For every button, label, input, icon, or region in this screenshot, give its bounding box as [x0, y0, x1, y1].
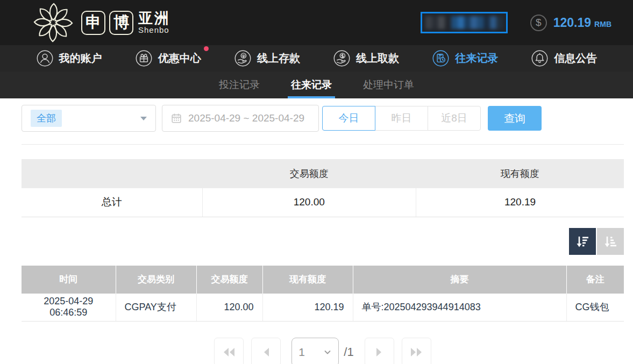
nav-item-withdraw[interactable]: 线上取款: [333, 49, 399, 67]
record-subtabs: 投注记录 往来记录 处理中订单: [0, 72, 633, 98]
nav-label: 信息公告: [554, 51, 597, 66]
chevron-down-icon: [323, 348, 332, 356]
quick-today-button[interactable]: 今日: [322, 106, 375, 131]
balance-amount: 120.19: [553, 16, 591, 30]
calendar-icon: [170, 112, 182, 124]
summary-total-row: 总计 120.00 120.19: [22, 188, 624, 217]
col-remark: 备注: [566, 266, 624, 294]
user-icon: [36, 49, 54, 67]
cell-summary: 单号:202504293944914083: [353, 294, 566, 322]
first-page-button[interactable]: [214, 338, 244, 364]
quick-last8days-button[interactable]: 近8日: [428, 106, 481, 131]
chevron-down-icon: [140, 117, 147, 120]
quick-date-group: 今日 昨日 近8日: [322, 106, 481, 131]
prev-page-button[interactable]: [251, 338, 281, 364]
next-page-button[interactable]: [365, 338, 394, 364]
redaction-pixels: [425, 16, 503, 29]
tab-processing-orders[interactable]: 处理中订单: [360, 72, 417, 98]
balance-currency: RMB: [594, 20, 611, 28]
sort-descending-icon: [574, 233, 591, 249]
cell-remark: CG钱包: [566, 294, 624, 322]
balance-display: $ 120.19 RMB: [530, 15, 611, 31]
deposit-coin-icon: [234, 49, 252, 67]
col-type: 交易类别: [116, 266, 196, 294]
nav-label: 我的账户: [59, 51, 102, 66]
last-page-icon: [409, 346, 423, 358]
nav-item-my-account[interactable]: 我的账户: [36, 49, 102, 67]
top-header: 申 博 亚洲 Shenbo $ 120.19 RMB: [0, 0, 633, 45]
pagination: 1 /1: [22, 338, 624, 364]
main-content: 全部 2025-04-29 ~ 2025-04-29 今日 昨日 近8日 查询 …: [0, 98, 633, 364]
main-navigation: 我的账户 优惠中心 线上存款 线上取款 往来记录: [0, 45, 633, 72]
cell-time: 2025-04-29 06:46:59: [22, 294, 116, 322]
sort-controls: [22, 228, 624, 255]
summary-header-amount: 交易额度: [202, 159, 416, 188]
page-select-value: 1: [298, 346, 305, 359]
notification-dot: [204, 46, 209, 51]
page-total: /1: [344, 345, 353, 359]
summary-header-empty: [22, 159, 202, 188]
sort-ascending-button[interactable]: [597, 228, 624, 255]
quick-yesterday-button[interactable]: 昨日: [375, 106, 428, 131]
logo-latin: Shenbo: [138, 26, 170, 34]
col-summary: 摘要: [353, 266, 566, 294]
username-redacted[interactable]: [421, 12, 508, 33]
nav-label: 线上存款: [257, 51, 300, 66]
flower-logo-icon: [32, 2, 74, 44]
logo-char-bo: 博: [109, 11, 133, 35]
section-divider: [22, 144, 624, 145]
first-page-icon: [222, 346, 236, 358]
gift-icon: [135, 49, 153, 67]
selected-type-chip: 全部: [31, 110, 62, 127]
cell-balance: 120.19: [262, 294, 353, 322]
summary-total-label: 总计: [22, 188, 202, 217]
filter-bar: 全部 2025-04-29 ~ 2025-04-29 今日 昨日 近8日 查询: [22, 105, 624, 132]
col-amount: 交易额度: [196, 266, 262, 294]
sort-ascending-icon: [602, 233, 618, 249]
nav-item-announcements[interactable]: 信息公告: [531, 49, 597, 67]
next-page-icon: [374, 346, 384, 358]
records-header-row: 时间 交易类别 交易额度 现有额度 摘要 备注: [22, 266, 624, 294]
last-page-button[interactable]: [402, 338, 431, 364]
summary-header-balance: 现有额度: [416, 159, 624, 188]
brand-logo[interactable]: 申 博 亚洲 Shenbo: [32, 2, 170, 44]
table-row: 2025-04-29 06:46:59 CGPAY支付 120.00 120.1…: [22, 294, 624, 322]
records-clipboard-icon: [432, 49, 450, 67]
logo-char-shen: 申: [81, 11, 105, 35]
logo-region: 亚洲: [138, 11, 170, 26]
bell-icon: [531, 49, 549, 67]
sort-descending-button[interactable]: [569, 228, 596, 255]
date-range-value: 2025-04-29 ~ 2025-04-29: [188, 112, 304, 124]
nav-item-deposit[interactable]: 线上存款: [234, 49, 300, 67]
date-range-picker[interactable]: 2025-04-29 ~ 2025-04-29: [162, 105, 319, 132]
summary-header-row: 交易额度 现有额度: [22, 159, 624, 188]
tab-transaction-records[interactable]: 往来记录: [288, 72, 335, 98]
col-time: 时间: [22, 266, 116, 294]
dollar-circle-icon: $: [530, 15, 547, 31]
cell-amount: 120.00: [196, 294, 262, 322]
records-table: 时间 交易类别 交易额度 现有额度 摘要 备注 2025-04-29 06:46…: [22, 266, 624, 322]
nav-item-records[interactable]: 往来记录: [432, 49, 498, 67]
nav-label: 往来记录: [455, 51, 498, 66]
nav-label: 优惠中心: [158, 51, 201, 66]
nav-label: 线上取款: [356, 51, 399, 66]
page-select[interactable]: 1: [291, 338, 339, 364]
withdraw-coin-icon: [333, 49, 351, 67]
summary-total-amount: 120.00: [202, 188, 416, 217]
summary-table: 交易额度 现有额度 总计 120.00 120.19: [22, 159, 624, 217]
search-button[interactable]: 查询: [488, 106, 542, 131]
tab-betting-records[interactable]: 投注记录: [216, 72, 263, 98]
col-balance: 现有额度: [262, 266, 353, 294]
summary-total-balance: 120.19: [416, 188, 624, 217]
type-select-dropdown[interactable]: 全部: [22, 105, 156, 132]
prev-page-icon: [261, 346, 271, 358]
nav-item-promotions[interactable]: 优惠中心: [135, 49, 201, 67]
cell-type: CGPAY支付: [116, 294, 196, 322]
